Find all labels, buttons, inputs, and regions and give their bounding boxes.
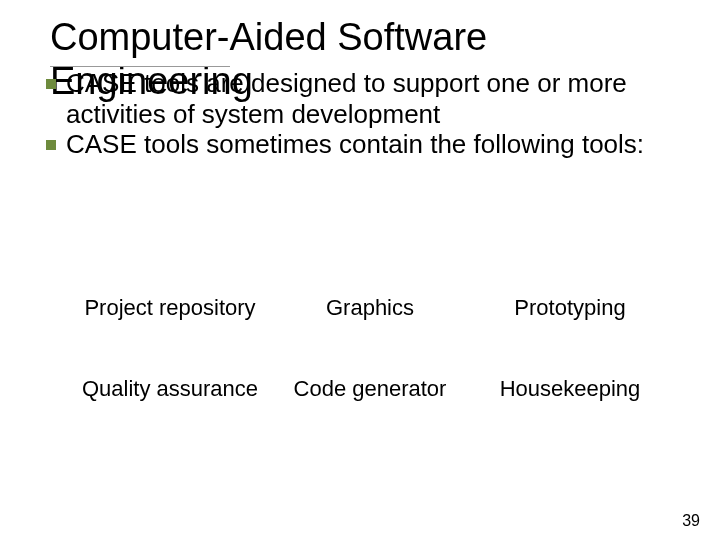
bullet-icon — [46, 140, 56, 150]
slide: Computer-Aided Software Engineering CASE… — [0, 0, 720, 540]
bullet-text: CASE tools are designed to support one o… — [66, 68, 680, 129]
tool-label: Code generator — [294, 376, 447, 401]
tool-cell: Quality assurance — [80, 376, 260, 402]
bullet-item: CASE tools are designed to support one o… — [46, 68, 680, 129]
tool-cell: Prototyping — [480, 295, 660, 321]
tool-label: Prototyping — [514, 295, 625, 320]
tool-cell: Housekeeping — [480, 376, 660, 402]
tool-cell: Graphics — [280, 295, 460, 321]
body-text: CASE tools are designed to support one o… — [46, 68, 680, 160]
tools-grid: Project repository Graphics Prototyping … — [80, 295, 660, 403]
tool-label: Quality assurance — [82, 376, 258, 401]
tool-label: Graphics — [326, 295, 414, 320]
bullet-item: CASE tools sometimes contain the followi… — [46, 129, 680, 160]
bullet-icon — [46, 79, 56, 89]
title-underline — [50, 66, 230, 67]
page-number: 39 — [682, 512, 700, 530]
bullet-text: CASE tools sometimes contain the followi… — [66, 129, 680, 160]
tool-cell: Project repository — [80, 295, 260, 321]
tool-label: Housekeeping — [500, 376, 641, 401]
tool-cell: Code generator — [280, 376, 460, 402]
title-line-1: Computer-Aided Software — [50, 16, 487, 60]
tool-label: Project repository — [84, 295, 255, 320]
